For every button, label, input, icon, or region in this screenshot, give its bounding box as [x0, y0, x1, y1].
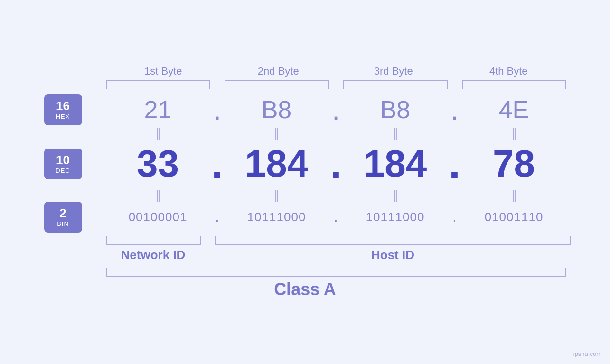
parallel-1: ‖	[106, 127, 210, 139]
dec-val-1: 33	[106, 142, 210, 186]
bracket-1	[106, 80, 210, 89]
class-row: Class A	[44, 268, 566, 299]
class-bracket	[106, 268, 566, 277]
dot-bin-1: .	[210, 209, 225, 225]
hex-val-1: 21	[106, 95, 210, 124]
header-byte1: 1st Byte	[106, 65, 221, 80]
host-bracket	[215, 236, 571, 245]
bin-badge: 2 BIN	[44, 202, 82, 233]
header-byte3: 3rd Byte	[336, 65, 451, 80]
hex-val-3: B8	[343, 95, 448, 124]
dec-badge: 10 DEC	[44, 149, 82, 179]
parallel-8: ‖	[462, 189, 566, 201]
hex-val-2: B8	[225, 95, 329, 124]
bin-val-3: 10111000	[343, 210, 448, 224]
dot-dec-2: .	[329, 140, 343, 188]
bracket-2	[225, 80, 329, 89]
dot-bin-3: .	[448, 209, 462, 225]
main-container: 1st Byte 2nd Byte 3rd Byte 4th Byte 16 H…	[44, 65, 566, 299]
dot-hex-3: .	[448, 93, 462, 126]
dec-val-3: 184	[343, 142, 448, 186]
dot-hex-2: .	[329, 93, 343, 126]
parallel-5: ‖	[106, 189, 210, 201]
id-section: Network ID Host ID	[44, 236, 566, 262]
dot-dec-3: .	[448, 140, 462, 188]
bin-val-4: 01001110	[462, 210, 566, 224]
bracket-3	[343, 80, 448, 89]
network-bracket	[106, 236, 201, 245]
dec-val-2: 184	[225, 142, 329, 186]
bin-val-2: 10111000	[225, 210, 329, 224]
parallel-4: ‖	[462, 127, 566, 139]
header-byte4: 4th Byte	[451, 65, 566, 80]
dot-hex-1: .	[210, 93, 225, 126]
bracket-4	[462, 80, 566, 89]
watermark: ipshu.com	[573, 350, 601, 357]
parallel-2: ‖	[225, 127, 329, 139]
host-id-section: Host ID	[215, 236, 571, 262]
class-label: Class A	[274, 280, 336, 299]
parallel-row-2: ‖ ‖ ‖ ‖	[44, 189, 566, 201]
dec-row: 10 DEC 33 . 184 . 184 . 78	[44, 140, 566, 188]
header-byte2: 2nd Byte	[221, 65, 336, 80]
host-id-label: Host ID	[371, 248, 414, 262]
hex-row: 16 HEX 21 . B8 . B8 . 4E	[44, 93, 566, 126]
byte-headers: 1st Byte 2nd Byte 3rd Byte 4th Byte	[44, 65, 566, 80]
network-id-label: Network ID	[121, 248, 186, 262]
bin-row: 2 BIN 00100001 . 10111000 . 10111000 . 0…	[44, 202, 566, 233]
network-id-section: Network ID	[106, 236, 201, 262]
parallel-6: ‖	[225, 189, 329, 201]
bin-val-1: 00100001	[106, 210, 210, 224]
parallel-row-1: ‖ ‖ ‖ ‖	[44, 127, 566, 139]
hex-val-4: 4E	[462, 95, 566, 124]
parallel-3: ‖	[343, 127, 448, 139]
parallel-7: ‖	[343, 189, 448, 201]
hex-badge: 16 HEX	[44, 94, 82, 125]
id-brackets: Network ID Host ID	[44, 236, 566, 262]
dot-dec-1: .	[210, 140, 225, 188]
top-bracket-row	[44, 80, 566, 89]
dot-bin-2: .	[329, 209, 343, 225]
dec-val-4: 78	[462, 142, 566, 186]
